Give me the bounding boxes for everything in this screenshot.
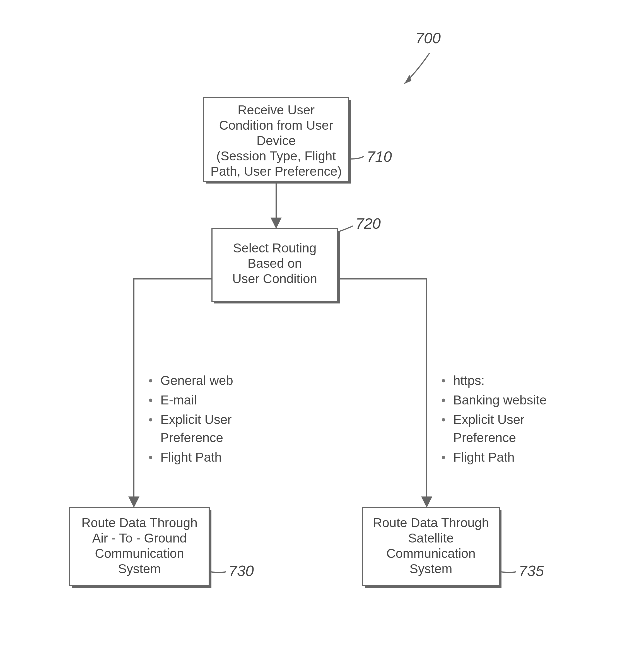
- pointer-700-head: [405, 75, 411, 84]
- arrow-720-730: [134, 279, 212, 502]
- svg-point-6: [149, 418, 152, 421]
- b735-l1: Satellite: [408, 531, 454, 545]
- b735-l2: Communication: [386, 546, 476, 561]
- b730-l2: Communication: [95, 546, 184, 561]
- b735-l0: Route Data Through: [373, 516, 489, 530]
- b730-l3: System: [118, 562, 161, 576]
- lb4: Flight Path: [160, 450, 222, 464]
- lb1: E-mail: [160, 393, 197, 407]
- svg-point-4: [149, 379, 152, 382]
- b735-l3: System: [410, 562, 452, 576]
- b710-l0: Receive User: [238, 102, 315, 117]
- lb0: General web: [160, 373, 233, 388]
- lb2: Explicit User: [160, 412, 232, 427]
- b720-l1: Based on: [248, 256, 302, 271]
- b730-l1: Air - To - Ground: [92, 531, 187, 545]
- b710-l2: Device: [257, 133, 296, 148]
- rb3: Preference: [453, 430, 516, 445]
- svg-point-9: [442, 398, 445, 402]
- b730-l0: Route Data Through: [82, 516, 198, 530]
- svg-point-10: [442, 418, 445, 421]
- svg-point-8: [442, 379, 445, 382]
- leader-730: [211, 572, 226, 573]
- arrow-720-730-head: [128, 497, 139, 508]
- box-730: Route Data Through Air - To - Ground Com…: [70, 508, 211, 588]
- flowchart: 700 Receive User Condition from User Dev…: [0, 0, 644, 663]
- lb3: Preference: [160, 430, 223, 445]
- rb0: https:: [453, 373, 485, 388]
- arrow-720-735: [338, 279, 427, 502]
- svg-point-11: [442, 456, 445, 459]
- b710-l4: Path, User Preference): [211, 164, 342, 179]
- svg-point-7: [149, 456, 152, 459]
- rb2: Explicit User: [453, 412, 525, 427]
- rb1: Banking website: [453, 393, 547, 407]
- leader-710: [350, 156, 364, 159]
- rb4: Flight Path: [453, 450, 514, 464]
- left-bullets: General web E-mail Explicit User Prefere…: [149, 373, 233, 464]
- box-735: Route Data Through Satellite Communicati…: [363, 508, 502, 588]
- b710-l1: Condition from User: [219, 118, 333, 133]
- ref-730: 730: [229, 562, 254, 579]
- b710-l3: (Session Type, Flight: [216, 148, 336, 163]
- leader-720: [339, 226, 353, 231]
- svg-point-5: [149, 398, 152, 402]
- right-bullets: https: Banking website Explicit User Pre…: [442, 373, 547, 464]
- box-720: Select Routing Based on User Condition: [212, 229, 340, 303]
- box-710: Receive User Condition from User Device …: [204, 98, 351, 184]
- arrow-720-735-head: [421, 497, 432, 508]
- arrow-710-720-head: [271, 218, 282, 229]
- b720-l2: User Condition: [232, 271, 317, 286]
- ref-720: 720: [355, 215, 381, 232]
- ref-700: 700: [416, 29, 441, 46]
- b720-l0: Select Routing: [233, 241, 316, 255]
- leader-735: [501, 572, 516, 573]
- ref-710: 710: [367, 148, 392, 165]
- ref-735: 735: [519, 562, 544, 579]
